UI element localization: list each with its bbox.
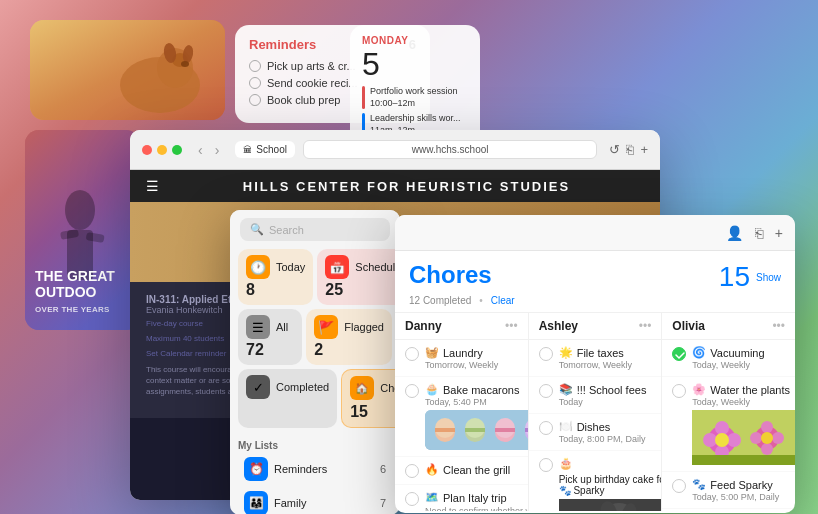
- svg-rect-15: [435, 428, 455, 432]
- safari-forward-button[interactable]: ›: [211, 140, 224, 160]
- add-icon[interactable]: +: [775, 225, 783, 241]
- task-school-fees-name: 📚 !!! School fees: [559, 383, 647, 396]
- chores-detail-panel: 👤 ⎗ + Chores 15 Show 12 Completed • Clea…: [395, 215, 795, 513]
- task-bake-macarons-meta: Today, 5:40 PM: [425, 397, 529, 407]
- svg-point-41: [715, 421, 729, 435]
- safari-navigation: ‹ ›: [194, 140, 223, 160]
- all-list-count: 72: [246, 341, 294, 359]
- scheduled-list-label: Scheduled: [355, 261, 400, 273]
- safari-tab-school[interactable]: 🏛 School: [235, 141, 295, 158]
- family-list-count: 7: [380, 497, 386, 509]
- smart-list-today[interactable]: 🕐 Today 8: [238, 249, 313, 305]
- task-bake-macarons-checkbox[interactable]: [405, 384, 419, 398]
- olivia-column-menu[interactable]: •••: [772, 319, 785, 333]
- task-clean-grill-checkbox[interactable]: [405, 464, 419, 478]
- task-laundry: 🧺 Laundry Tomorrow, Weekly: [395, 340, 528, 377]
- reminder-checkbox-2: [249, 77, 261, 89]
- ashley-column-name: Ashley: [539, 319, 578, 333]
- task-plan-italy-checkbox[interactable]: [405, 492, 419, 506]
- today-list-count: 8: [246, 281, 305, 299]
- chores-count: 15: [719, 261, 750, 293]
- chores-list-icon: 🏠: [350, 376, 374, 400]
- task-file-taxes-checkbox[interactable]: [539, 347, 553, 361]
- task-vacuuming-checkbox[interactable]: [672, 347, 686, 361]
- task-water-plants-name: 🌸 Water the plants: [692, 383, 795, 396]
- completed-list-icon: ✓: [246, 375, 270, 399]
- task-birthday-cake-checkbox[interactable]: [539, 458, 553, 472]
- outdoor-widget-subtitle: OVER THE YEARS: [35, 305, 110, 314]
- safari-maximize-button[interactable]: [172, 145, 182, 155]
- reminders-search-box[interactable]: 🔍 Search: [240, 218, 390, 241]
- laundry-emoji: 🧺: [425, 346, 439, 359]
- smart-list-scheduled[interactable]: 📅 Scheduled 25: [317, 249, 400, 305]
- svg-point-47: [761, 421, 773, 433]
- safari-address-bar[interactable]: www.hchs.school: [303, 140, 597, 159]
- task-file-taxes-meta: Tomorrow, Weekly: [559, 360, 632, 370]
- safari-minimize-button[interactable]: [157, 145, 167, 155]
- safari-back-button[interactable]: ‹: [194, 140, 207, 160]
- task-clean-grill-name: 🔥 Clean the grill: [425, 463, 510, 476]
- safari-reload-icon[interactable]: ↺: [609, 142, 620, 157]
- outdoor-photo-widget: THE GREAT OUTDOO OVER THE YEARS: [25, 130, 140, 330]
- calendar-event-1: Portfolio work session 10:00–12m: [362, 86, 468, 109]
- user-list-reminders[interactable]: ⏰ Reminders 6: [238, 453, 392, 485]
- task-birthday-cake: 🎂 Pick up birthday cake for 🐾 Sparky: [529, 451, 662, 511]
- svg-rect-21: [495, 428, 515, 432]
- task-vacuuming-name: 🌀 Vacuuming: [692, 346, 764, 359]
- person-icon[interactable]: 👤: [726, 225, 743, 241]
- task-school-fees: 📚 !!! School fees Today: [529, 377, 662, 414]
- task-water-plants-image: [692, 410, 795, 465]
- today-list-icon: 🕐: [246, 255, 270, 279]
- user-list-family[interactable]: 👨‍👩‍👧 Family 7: [238, 487, 392, 514]
- reminder-text-2: Send cookie reci...: [267, 77, 358, 89]
- family-list-icon: 👨‍👩‍👧: [244, 491, 268, 514]
- school-menu-icon[interactable]: ☰: [146, 178, 159, 194]
- task-file-taxes: 🌟 File taxes Tomorrow, Weekly: [529, 340, 662, 377]
- chores-show-button[interactable]: Show: [756, 272, 781, 283]
- dog-photo-widget: [30, 20, 225, 120]
- chores-clear-button[interactable]: Clear: [491, 295, 515, 306]
- search-icon: 🔍: [250, 223, 264, 236]
- task-dishes-checkbox[interactable]: [539, 421, 553, 435]
- all-list-icon: ☰: [246, 315, 270, 339]
- task-feed-sparky: 🐾 Feed Sparky Today, 5:00 PM, Daily: [662, 472, 795, 509]
- chores-title: Chores: [409, 261, 492, 289]
- smart-list-completed[interactable]: ✓ Completed: [238, 369, 337, 428]
- chores-header: Chores 15 Show 12 Completed • Clear: [395, 251, 795, 313]
- task-feed-sparky-checkbox[interactable]: [672, 479, 686, 493]
- task-dishes: 🍽️ Dishes Today, 8:00 PM, Daily: [529, 414, 662, 451]
- smart-list-all[interactable]: ☰ All 72: [238, 309, 302, 365]
- svg-point-45: [715, 433, 729, 447]
- calendar-day-label: MONDAY: [362, 35, 468, 46]
- today-list-label: Today: [276, 261, 305, 273]
- task-laundry-name: 🧺 Laundry: [425, 346, 498, 359]
- safari-close-button[interactable]: [142, 145, 152, 155]
- smart-list-chores[interactable]: 🏠 Chores 15 🏠: [341, 369, 400, 428]
- share-icon[interactable]: ⎗: [755, 225, 763, 241]
- task-vacuuming-meta: Today, Weekly: [692, 360, 764, 370]
- task-plan-italy-name: 🗺️ Plan Italy trip: [425, 491, 529, 504]
- danny-column-header: Danny •••: [395, 313, 528, 340]
- olivia-column-name: Olivia: [672, 319, 705, 333]
- outdoor-widget-title: THE GREAT OUTDOO: [35, 269, 140, 300]
- event-bar-1: [362, 86, 365, 109]
- safari-tab-favicon: 🏛: [243, 145, 252, 155]
- school-site-title: HILLS CENTER FOR HEURISTIC STUDIES: [169, 179, 644, 194]
- task-water-plants-checkbox[interactable]: [672, 384, 686, 398]
- reminders-list-icon: ⏰: [244, 457, 268, 481]
- svg-point-8: [65, 190, 95, 230]
- svg-point-44: [727, 433, 741, 447]
- safari-share-icon[interactable]: ⎗: [626, 142, 634, 157]
- task-laundry-checkbox[interactable]: [405, 347, 419, 361]
- task-vacuuming: 🌀 Vacuuming Today, Weekly: [662, 340, 795, 377]
- danny-column-menu[interactable]: •••: [505, 319, 518, 333]
- task-dishes-meta: Today, 8:00 PM, Daily: [559, 434, 646, 444]
- safari-new-tab-icon[interactable]: +: [640, 142, 648, 157]
- task-school-fees-checkbox[interactable]: [539, 384, 553, 398]
- task-file-taxes-name: 🌟 File taxes: [559, 346, 632, 359]
- completed-list-label: Completed: [276, 381, 329, 393]
- smart-list-flagged[interactable]: 🚩 Flagged 2: [306, 309, 392, 365]
- reminders-user-list-count: 6: [380, 463, 386, 475]
- flagged-list-label: Flagged: [344, 321, 384, 333]
- ashley-column-menu[interactable]: •••: [639, 319, 652, 333]
